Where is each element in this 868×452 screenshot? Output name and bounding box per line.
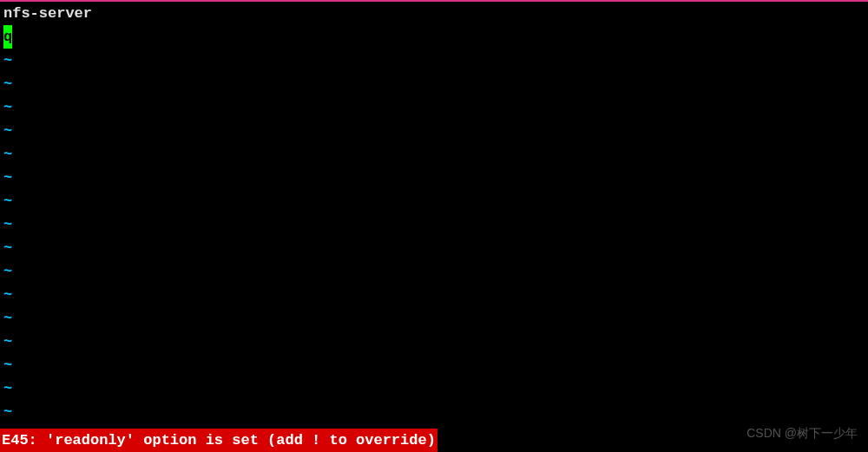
buffer-line-2: q xyxy=(3,25,865,49)
empty-line-marker: ~ xyxy=(3,142,865,166)
empty-line-marker: ~ xyxy=(3,119,865,142)
empty-line-marker: ~ xyxy=(3,236,865,259)
empty-line-marker: ~ xyxy=(3,353,865,377)
cursor: q xyxy=(3,25,12,49)
empty-line-marker: ~ xyxy=(3,189,865,213)
empty-line-marker: ~ xyxy=(3,166,865,189)
status-bar: E45: 'readonly' option is set (add ! to … xyxy=(0,429,868,452)
empty-line-marker: ~ xyxy=(3,306,865,330)
text-editor-buffer[interactable]: nfs-server q ~~~~~~~~~~~~~~~~ xyxy=(0,2,868,423)
error-message: E45: 'readonly' option is set (add ! to … xyxy=(0,429,437,452)
empty-line-marker: ~ xyxy=(3,213,865,236)
empty-line-marker: ~ xyxy=(3,95,865,119)
empty-line-marker: ~ xyxy=(3,400,865,423)
empty-line-marker: ~ xyxy=(3,259,865,283)
empty-line-marker: ~ xyxy=(3,283,865,306)
empty-line-marker: ~ xyxy=(3,330,865,353)
watermark: CSDN @树下一少年 xyxy=(746,422,858,445)
empty-line-marker: ~ xyxy=(3,377,865,400)
empty-line-marker: ~ xyxy=(3,72,865,95)
empty-line-marker: ~ xyxy=(3,49,865,72)
buffer-line-1: nfs-server xyxy=(3,2,865,25)
